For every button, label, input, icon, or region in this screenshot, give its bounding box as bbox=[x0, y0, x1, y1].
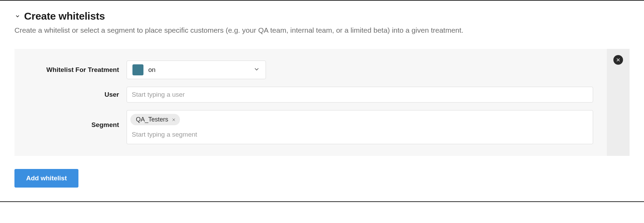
treatment-select[interactable]: on bbox=[127, 61, 266, 79]
segment-control: QA_Testers bbox=[127, 110, 593, 144]
user-row: User bbox=[38, 87, 593, 103]
close-button[interactable] bbox=[613, 55, 623, 65]
segment-tag: QA_Testers bbox=[130, 114, 180, 125]
user-label: User bbox=[38, 91, 127, 98]
panel-body: Whitelist For Treatment on User bbox=[14, 49, 607, 156]
page-title: Create whitelists bbox=[24, 10, 105, 22]
user-control bbox=[127, 87, 593, 103]
tag-remove-button[interactable] bbox=[172, 118, 176, 122]
chevron-down-icon[interactable] bbox=[14, 13, 21, 19]
segment-label: Segment bbox=[38, 110, 127, 129]
segment-input[interactable] bbox=[130, 127, 589, 142]
page-subtitle: Create a whitelist or select a segment t… bbox=[14, 26, 630, 34]
treatment-value: on bbox=[148, 66, 253, 74]
chevron-down-icon bbox=[253, 66, 260, 74]
treatment-row: Whitelist For Treatment on bbox=[38, 61, 593, 79]
close-column bbox=[607, 49, 630, 156]
section-header: Create whitelists bbox=[14, 10, 630, 22]
treatment-label: Whitelist For Treatment bbox=[38, 66, 127, 74]
user-input[interactable] bbox=[127, 87, 593, 103]
treatment-swatch bbox=[132, 64, 143, 75]
segment-tagbox[interactable]: QA_Testers bbox=[127, 110, 593, 144]
treatment-control: on bbox=[127, 61, 593, 79]
page-container: Create whitelists Create a whitelist or … bbox=[0, 0, 644, 202]
segment-row: Segment QA_Testers bbox=[38, 110, 593, 144]
add-whitelist-button[interactable]: Add whitelist bbox=[14, 169, 78, 188]
close-icon bbox=[616, 57, 621, 62]
whitelist-panel: Whitelist For Treatment on User bbox=[14, 49, 630, 156]
segment-tag-label: QA_Testers bbox=[136, 116, 168, 123]
